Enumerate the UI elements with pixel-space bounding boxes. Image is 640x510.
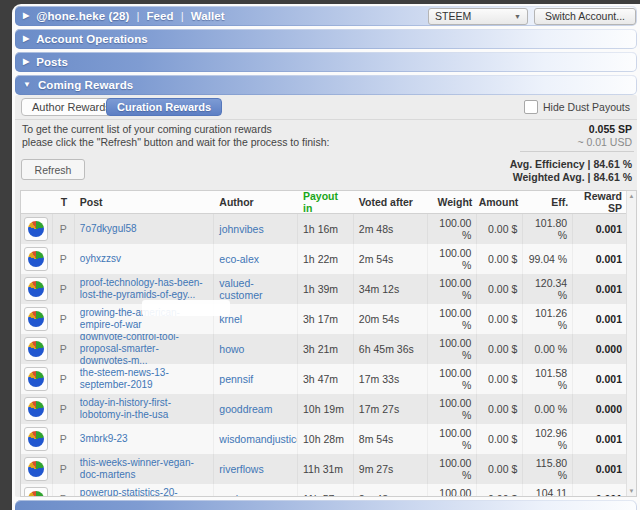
amount: 0.00 $ — [477, 274, 523, 304]
wallet-link[interactable]: Wallet — [191, 10, 225, 22]
voted-after: 8m 54s — [354, 424, 428, 454]
payout-in: 10h 28m — [298, 424, 354, 454]
weight: 100.00 % — [428, 274, 478, 304]
payout-in: 3h 21m — [298, 334, 354, 364]
next-section-bar-partial[interactable] — [15, 500, 637, 510]
post-link[interactable]: today-in-history-first-lobotomy-in-the-u… — [80, 397, 208, 421]
total-sp: 0.055 SP — [577, 123, 632, 136]
row-type: P — [53, 304, 75, 334]
refresh-button[interactable]: Refresh — [21, 159, 85, 180]
post-cell: today-in-history-first-lobotomy-in-the-u… — [75, 394, 214, 424]
voted-after: 2m 54s — [354, 244, 428, 274]
author-link[interactable]: pennsif — [219, 373, 253, 385]
avatar[interactable] — [24, 337, 48, 361]
column-header-eff[interactable]: Eff. — [523, 191, 573, 213]
avatar[interactable] — [24, 367, 48, 391]
author-link[interactable]: exyle — [219, 493, 244, 497]
post-link[interactable]: 7o7dkygul58 — [80, 223, 137, 235]
column-header-payout-in[interactable]: Payout in — [298, 191, 354, 213]
section-label: Account Operations — [36, 33, 148, 45]
section-posts[interactable]: ▶ Posts — [15, 52, 637, 72]
table-row: Pthe-steem-news-13-september-2019pennsif… — [21, 364, 627, 394]
row-type: P — [53, 244, 75, 274]
section-label: Posts — [36, 56, 68, 68]
chevron-right-icon: ▶ — [23, 58, 29, 66]
column-header-weight[interactable]: Weight — [428, 191, 478, 213]
author-cell: exyle — [214, 484, 298, 497]
tab-curation-rewards[interactable]: Curation Rewards — [106, 98, 222, 116]
avatar-cell — [21, 244, 53, 274]
scroll-up-icon[interactable]: ▲ — [629, 191, 635, 201]
section-coming-rewards[interactable]: ▼ Coming Rewards — [15, 75, 637, 95]
column-header-reward-sp[interactable]: Reward SP — [573, 191, 627, 213]
author-link[interactable]: riverflows — [219, 463, 263, 475]
row-type: P — [53, 214, 75, 244]
author-link[interactable]: gooddream — [219, 403, 272, 415]
feed-link[interactable]: Feed — [146, 10, 173, 22]
avatar[interactable] — [24, 277, 48, 301]
avatar-cell — [21, 424, 53, 454]
post-link[interactable]: 3mbrk9-23 — [80, 433, 128, 445]
eff: 101.26 % — [523, 304, 573, 334]
post-cell: this-weeks-winner-vegan-doc-martens — [75, 454, 214, 484]
author-cell: pennsif — [214, 364, 298, 394]
avatar[interactable] — [24, 217, 48, 241]
eff: 104.11 % — [523, 484, 573, 497]
author-link[interactable]: wisdomandjustice — [219, 433, 298, 445]
post-link[interactable]: the-steem-news-13-september-2019 — [80, 367, 208, 391]
avatar-cell — [21, 274, 53, 304]
author-link[interactable]: johnvibes — [219, 223, 263, 235]
account-header-bar[interactable]: ▶ @hone.heke (28) | Feed | Wallet STEEM … — [15, 6, 637, 26]
avatar-cell — [21, 304, 53, 334]
account-link[interactable]: @hone.heke (28) — [36, 10, 129, 22]
avatar[interactable] — [24, 457, 48, 481]
column-header-amount[interactable]: Amount — [477, 191, 523, 213]
post-link[interactable]: oyhxzzsv — [80, 253, 121, 265]
voted-after: 9m 27s — [354, 454, 428, 484]
post-link[interactable]: proof-technology-has-been-lost-the-pyram… — [80, 277, 208, 301]
scroll-down-icon[interactable]: ▼ — [629, 486, 635, 496]
weight: 100.00 % — [428, 214, 478, 244]
author-link[interactable]: howo — [219, 343, 244, 355]
avatar[interactable] — [24, 397, 48, 421]
avatar-cell — [21, 454, 53, 484]
column-header-voted-after[interactable]: Voted after — [354, 191, 428, 213]
author-link[interactable]: valued-customer — [219, 277, 292, 301]
divider — [520, 151, 634, 152]
averages-block: Avg. Efficiency | 84.61 % Weighted Avg. … — [510, 158, 632, 184]
payout-in: 3h 47m — [298, 364, 354, 394]
voted-after: 6h 45m 36s — [354, 334, 428, 364]
hide-dust-checkbox[interactable] — [524, 100, 538, 114]
table-row: Pthis-weeks-winner-vegan-doc-martensrive… — [21, 454, 627, 484]
identicon-pie-icon — [28, 251, 44, 267]
row-type: P — [53, 454, 75, 484]
section-account-operations[interactable]: ▶ Account Operations — [15, 29, 637, 49]
avatar[interactable] — [24, 307, 48, 331]
avatar[interactable] — [24, 487, 48, 497]
author-link[interactable]: eco-alex — [219, 253, 259, 265]
content-panel: ▶ @hone.heke (28) | Feed | Wallet STEEM … — [12, 4, 640, 510]
switch-account-button[interactable]: Switch Account... — [534, 8, 636, 25]
amount: 0.00 $ — [477, 394, 523, 424]
identicon-pie-icon — [28, 311, 44, 327]
avatar[interactable] — [24, 247, 48, 271]
avatar-column-header — [21, 191, 53, 213]
identicon-pie-icon — [28, 281, 44, 297]
post-link[interactable]: this-weeks-winner-vegan-doc-martens — [80, 457, 208, 481]
column-header-t[interactable]: T — [53, 191, 75, 213]
table-row: Pdownvote-control-tool-proposal-smarter-… — [21, 334, 627, 364]
reward-sp: 0.001 — [573, 364, 627, 394]
column-header-author[interactable]: Author — [214, 191, 298, 213]
post-link[interactable]: downvote-control-tool-proposal-smarter-d… — [80, 334, 208, 364]
avatar-cell — [21, 214, 53, 244]
chevron-right-icon: ▶ — [23, 35, 29, 43]
voted-after: 34m 12s — [354, 274, 428, 304]
column-header-post[interactable]: Post — [75, 191, 214, 213]
row-type: P — [53, 334, 75, 364]
eff: 101.80 % — [523, 214, 573, 244]
table-scrollbar[interactable]: ▲ ▼ — [626, 191, 636, 496]
post-link[interactable]: powerup-statistics-20-august-31th- — [80, 487, 208, 497]
amount: 0.00 $ — [477, 244, 523, 274]
avatar[interactable] — [24, 427, 48, 451]
network-select[interactable]: STEEM ▼ — [428, 8, 528, 25]
